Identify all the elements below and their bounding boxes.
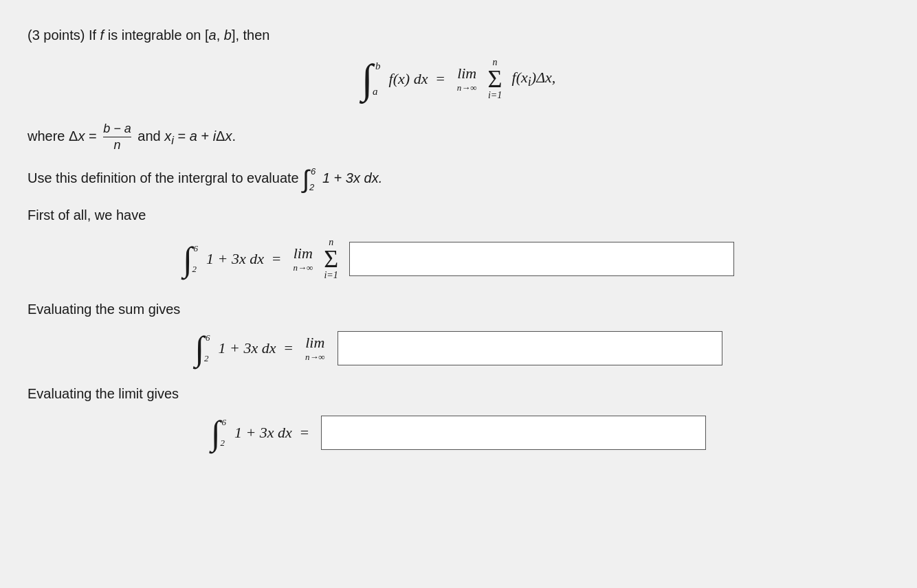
equals-sign-4: = bbox=[300, 424, 309, 442]
evaluating-sum-text: Evaluating the sum gives bbox=[27, 302, 890, 317]
sigma-symbol-2: n Σ i=1 bbox=[324, 237, 338, 281]
answer-input-1[interactable] bbox=[349, 242, 734, 276]
integral-symbol-left: ∫ b a bbox=[362, 58, 385, 100]
lim-symbol-2: lim n→∞ bbox=[293, 245, 313, 273]
problem-header-text: (3 points) If f is integrable on [a, b],… bbox=[27, 27, 269, 43]
equals-sign-3: = bbox=[284, 339, 292, 357]
answer-input-2[interactable] bbox=[338, 331, 722, 365]
integral-symbol-3: ∫ 6 2 bbox=[195, 331, 214, 365]
use-definition-line: Use this definition of the intergral to … bbox=[27, 165, 890, 194]
integrand-2: 1 + 3x dx bbox=[206, 250, 264, 268]
integral-symbol-4: ∫ 6 2 bbox=[211, 416, 230, 450]
second-equation-block: ∫ 6 2 1 + 3x dx = lim n→∞ bbox=[27, 331, 890, 365]
equals-sign-2: = bbox=[272, 250, 280, 268]
problem-header: (3 points) If f is integrable on [a, b],… bbox=[27, 27, 890, 43]
definition-line: where Δx = b − a n and xi = a + iΔx. bbox=[27, 122, 890, 152]
equals-sign-1: = bbox=[436, 70, 444, 88]
evaluating-limit-text: Evaluating the limit gives bbox=[27, 386, 890, 402]
integrand-left: f(x) dx bbox=[389, 70, 428, 88]
lim-symbol-1: lim n→∞ bbox=[457, 65, 477, 93]
integrand-4: 1 + 3x dx bbox=[234, 424, 292, 442]
lim-symbol-3: lim n→∞ bbox=[305, 334, 325, 363]
third-equation-block: ∫ 6 2 1 + 3x dx = bbox=[27, 416, 890, 450]
answer-input-3[interactable] bbox=[321, 416, 706, 450]
riemann-sum-expr: f(xi)Δx, bbox=[512, 69, 556, 89]
first-of-all-text: First of all, we have bbox=[27, 207, 890, 223]
integrand-3: 1 + 3x dx bbox=[219, 339, 276, 357]
integral-symbol-2: ∫ 6 2 bbox=[183, 242, 202, 276]
first-equation-block: ∫ 6 2 1 + 3x dx = lim n→∞ n Σ i=1 bbox=[27, 237, 890, 281]
main-integral-equation: ∫ b a f(x) dx = lim n→∞ n Σ i=1 f(xi)Δx, bbox=[27, 57, 890, 101]
sigma-symbol-1: n Σ i=1 bbox=[488, 57, 502, 101]
